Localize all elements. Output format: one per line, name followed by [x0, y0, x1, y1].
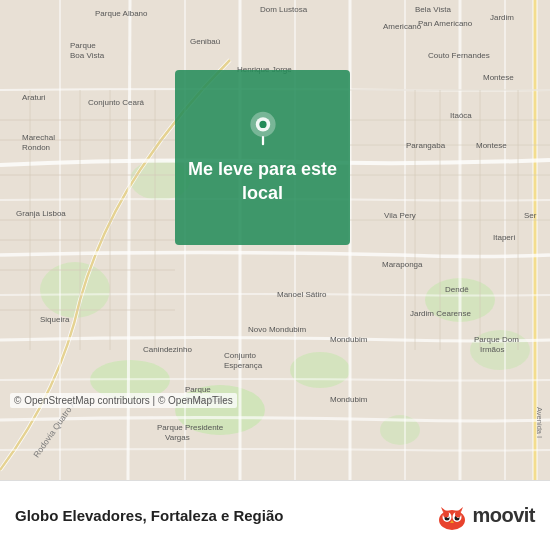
- svg-point-53: [259, 121, 266, 128]
- svg-text:Araturi: Araturi: [22, 93, 46, 102]
- svg-text:Marechal: Marechal: [22, 133, 55, 142]
- svg-text:Americano: Americano: [383, 22, 422, 31]
- svg-text:Parque Presidente: Parque Presidente: [157, 423, 224, 432]
- cta-label: Me leve para este local: [175, 158, 350, 205]
- map-container: Parque Albano Dom Lustosa Bela Vista Pan…: [0, 0, 550, 480]
- svg-text:Parangaba: Parangaba: [406, 141, 446, 150]
- moovit-brand-text: moovit: [472, 504, 535, 527]
- svg-text:Bela Vista: Bela Vista: [415, 5, 451, 14]
- highlight-box[interactable]: Me leve para este local: [175, 70, 350, 245]
- svg-text:Genibaú: Genibaú: [190, 37, 220, 46]
- svg-text:Vargas: Vargas: [165, 433, 190, 442]
- svg-text:Granja Lisboa: Granja Lisboa: [16, 209, 66, 218]
- svg-text:Boa Vista: Boa Vista: [70, 51, 105, 60]
- svg-text:Irmãos: Irmãos: [480, 345, 504, 354]
- svg-text:Jardim Cearense: Jardim Cearense: [410, 309, 471, 318]
- map-attribution: © OpenStreetMap contributors | © OpenMap…: [10, 393, 237, 408]
- svg-text:Conjunto: Conjunto: [224, 351, 257, 360]
- svg-text:Mondubim: Mondubim: [330, 395, 368, 404]
- svg-text:Ser: Ser: [524, 211, 537, 220]
- svg-text:Rondon: Rondon: [22, 143, 50, 152]
- svg-text:Jardim: Jardim: [490, 13, 514, 22]
- svg-text:Dendê: Dendê: [445, 285, 469, 294]
- svg-text:Avenida I: Avenida I: [535, 407, 544, 438]
- svg-text:Dom Lustosa: Dom Lustosa: [260, 5, 308, 14]
- svg-text:Parque Albano: Parque Albano: [95, 9, 148, 18]
- svg-text:Parque: Parque: [70, 41, 96, 50]
- svg-text:Couto Fernandes: Couto Fernandes: [428, 51, 490, 60]
- svg-text:Montese: Montese: [476, 141, 507, 150]
- svg-text:Siqueira: Siqueira: [40, 315, 70, 324]
- svg-text:Itaóca: Itaóca: [450, 111, 472, 120]
- place-name: Globo Elevadores, Fortaleza e Região: [15, 507, 283, 524]
- svg-marker-64: [441, 507, 446, 512]
- svg-text:Manoel Sátiro: Manoel Sátiro: [277, 290, 327, 299]
- svg-text:Parque Dom: Parque Dom: [474, 335, 519, 344]
- svg-text:Esperança: Esperança: [224, 361, 263, 370]
- svg-text:Novo Mondubim: Novo Mondubim: [248, 325, 307, 334]
- svg-point-2: [290, 352, 350, 388]
- svg-text:Montese: Montese: [483, 73, 514, 82]
- svg-text:Conjunto Ceará: Conjunto Ceará: [88, 98, 145, 107]
- location-pin-icon: [245, 110, 281, 146]
- svg-text:Vila Pery: Vila Pery: [384, 211, 416, 220]
- svg-text:Itaperi: Itaperi: [493, 233, 515, 242]
- moovit-logo: moovit: [436, 500, 535, 532]
- svg-text:Mondubim: Mondubim: [330, 335, 368, 344]
- svg-text:Pan Americano: Pan Americano: [418, 19, 473, 28]
- svg-text:Maraponga: Maraponga: [382, 260, 423, 269]
- moovit-owl-icon: [436, 500, 468, 532]
- svg-text:Canindezinho: Canindezinho: [143, 345, 192, 354]
- svg-marker-65: [458, 507, 463, 512]
- bottom-bar: Globo Elevadores, Fortaleza e Região moo…: [0, 480, 550, 550]
